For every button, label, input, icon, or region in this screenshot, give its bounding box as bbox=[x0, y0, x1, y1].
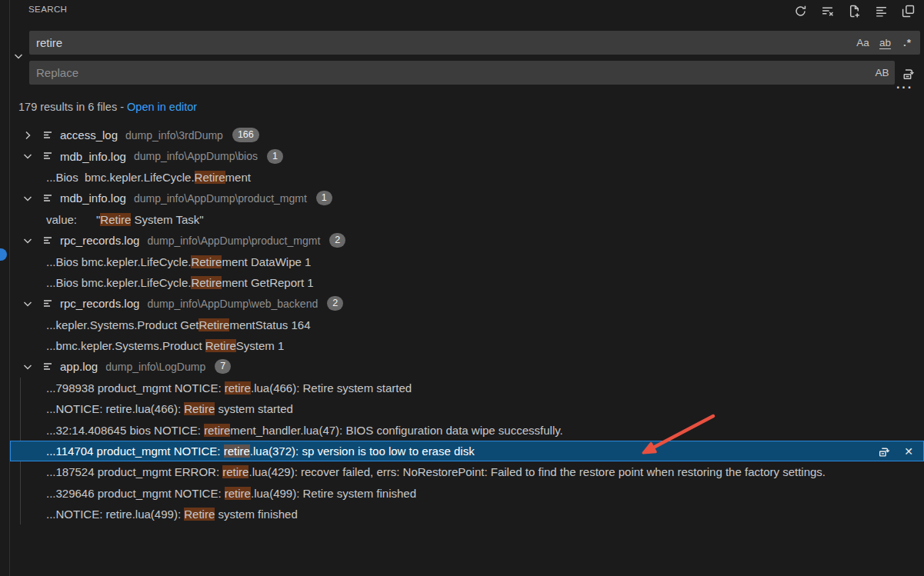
log-file-icon bbox=[42, 192, 54, 205]
match-row[interactable]: value: "Retire System Task" bbox=[10, 209, 924, 230]
preserve-case-icon[interactable]: AB bbox=[874, 65, 890, 81]
results-summary: 179 results in 6 files - Open in editor bbox=[18, 101, 197, 113]
panel-titlebar: SEARCH bbox=[10, 0, 924, 22]
match-case-icon[interactable]: Aa bbox=[855, 35, 871, 51]
file-path: dump_info\LogDump bbox=[105, 361, 205, 373]
panel-toolbar bbox=[792, 2, 916, 20]
regex-icon[interactable]: .* bbox=[899, 35, 916, 51]
match-row[interactable]: ...kepler.Systems.Product GetRetirementS… bbox=[10, 315, 924, 335]
search-input[interactable]: retire Aa ab .* bbox=[29, 31, 920, 55]
match-highlight: Retire bbox=[100, 213, 131, 226]
file-result-row[interactable]: access_logdump_info\3rdDump166 bbox=[10, 125, 924, 145]
match-row[interactable]: ...Bios bmc.kepler.LifeCycle.Retirement … bbox=[10, 251, 924, 271]
file-name: mdb_info.log bbox=[60, 150, 126, 163]
search-options: Aa ab .* bbox=[855, 31, 916, 55]
replace-all-button[interactable] bbox=[901, 65, 918, 82]
new-search-editor-button[interactable] bbox=[846, 2, 862, 19]
match-highlight: Retire bbox=[184, 402, 215, 415]
match-text: ...798938 product_mgmt NOTICE: retire.lu… bbox=[10, 381, 412, 395]
file-name: access_log bbox=[60, 128, 118, 142]
match-text: ...32:14.408645 bios NOTICE: retirement_… bbox=[10, 424, 563, 437]
match-count-badge: 2 bbox=[327, 296, 343, 311]
match-text: ...187524 product_mgmt ERROR: retire.lua… bbox=[10, 465, 826, 478]
match-text: ...Bios bmc.kepler.LifeCycle.Retirement … bbox=[10, 276, 314, 289]
match-text: ...Bios bmc.kepler.LifeCycle.Retirement … bbox=[10, 255, 311, 268]
match-count-badge: 166 bbox=[232, 128, 259, 142]
toggle-search-details-button[interactable]: ··· bbox=[896, 82, 913, 94]
chevron-down-icon[interactable] bbox=[22, 192, 34, 205]
match-count-badge: 1 bbox=[267, 149, 283, 164]
match-text: ...Bios bmc.kepler.LifeCycle.Retirement bbox=[10, 171, 251, 184]
log-file-icon bbox=[42, 298, 54, 310]
match-text: ...NOTICE: retire.lua(499): Retire syste… bbox=[10, 508, 298, 521]
log-file-icon bbox=[42, 235, 54, 247]
chevron-down-icon bbox=[12, 50, 25, 65]
chevron-right-icon[interactable] bbox=[22, 129, 34, 142]
toggle-replace-button[interactable] bbox=[10, 49, 27, 66]
match-highlight: Retire bbox=[195, 171, 225, 184]
selected-match-row[interactable]: ...114704 product_mgmt NOTICE: retire.lu… bbox=[10, 441, 924, 461]
match-text: ...329646 product_mgmt NOTICE: retire.lu… bbox=[10, 487, 416, 500]
file-path: dump_info\3rdDump bbox=[125, 129, 223, 142]
match-highlight: retire bbox=[225, 381, 251, 395]
view-as-list-icon bbox=[875, 5, 888, 18]
match-row[interactable]: ...329646 product_mgmt NOTICE: retire.lu… bbox=[10, 483, 924, 504]
file-result-row[interactable]: mdb_info.logdump_info\AppDump\product_mg… bbox=[10, 188, 924, 208]
match-highlight: Retire bbox=[191, 255, 222, 268]
file-path: dump_info\AppDump\product_mgmt bbox=[147, 235, 320, 247]
match-count-badge: 1 bbox=[316, 191, 332, 205]
chevron-down-icon[interactable] bbox=[22, 150, 34, 162]
file-path: dump_info\AppDump\web_backend bbox=[147, 298, 318, 310]
replace-options: AB bbox=[874, 61, 890, 85]
log-file-icon bbox=[42, 361, 54, 373]
match-row[interactable]: ...187524 product_mgmt ERROR: retire.lua… bbox=[10, 461, 924, 482]
match-highlight: retire bbox=[225, 487, 251, 500]
dismiss-icon[interactable]: ✕ bbox=[901, 444, 916, 459]
match-highlight: Retire bbox=[198, 318, 229, 331]
open-in-editor-icon bbox=[902, 5, 915, 18]
file-path: dump_info\AppDump\bios bbox=[134, 150, 258, 162]
match-row[interactable]: ...Bios bmc.kepler.LifeCycle.Retirement … bbox=[10, 272, 924, 293]
search-input-value: retire bbox=[29, 36, 62, 49]
summary-separator: - bbox=[117, 101, 127, 113]
file-result-row[interactable]: rpc_records.logdump_info\AppDump\web_bac… bbox=[10, 293, 924, 314]
match-highlight: retire bbox=[224, 444, 250, 458]
open-new-search-editor-icon bbox=[848, 5, 861, 18]
clear-search-results-icon bbox=[821, 5, 834, 18]
file-path: dump_info\AppDump\product_mgmt bbox=[134, 192, 307, 205]
match-row[interactable]: ...Bios bmc.kepler.LifeCycle.Retirement bbox=[10, 167, 924, 188]
activity-badge bbox=[0, 248, 7, 261]
chevron-down-icon[interactable] bbox=[22, 298, 34, 310]
match-row[interactable]: ...NOTICE: retire.lua(499): Retire syste… bbox=[10, 504, 924, 524]
clear-results-button[interactable] bbox=[819, 2, 836, 19]
match-highlight: retire bbox=[204, 424, 230, 437]
replace-all-icon bbox=[902, 66, 916, 80]
match-row[interactable]: ...32:14.408645 bios NOTICE: retirement_… bbox=[10, 419, 924, 440]
refresh-button[interactable] bbox=[792, 2, 809, 19]
open-in-editor-link[interactable]: Open in editor bbox=[127, 101, 197, 113]
replace-placeholder: Replace bbox=[29, 66, 78, 79]
match-row[interactable]: ...NOTICE: retire.lua(466): Retire syste… bbox=[10, 398, 924, 419]
file-result-row[interactable]: mdb_info.logdump_info\AppDump\bios1 bbox=[10, 145, 924, 166]
replace-icon[interactable] bbox=[876, 444, 892, 459]
match-count-badge: 2 bbox=[329, 233, 345, 248]
file-result-row[interactable]: app.logdump_info\LogDump7 bbox=[10, 356, 924, 377]
match-text: ...NOTICE: retire.lua(466): Retire syste… bbox=[10, 402, 293, 415]
file-result-row[interactable]: rpc_records.logdump_info\AppDump\product… bbox=[10, 230, 924, 251]
match-text: ...114704 product_mgmt NOTICE: retire.lu… bbox=[10, 444, 475, 458]
chevron-down-icon[interactable] bbox=[22, 235, 34, 247]
log-file-icon bbox=[42, 129, 54, 142]
match-highlight: Retire bbox=[184, 508, 215, 521]
collapse-all-button[interactable] bbox=[872, 2, 889, 19]
match-count-badge: 7 bbox=[215, 359, 231, 374]
open-in-editor-button[interactable] bbox=[899, 2, 916, 19]
match-highlight: Retire bbox=[205, 339, 236, 352]
file-name: app.log bbox=[60, 360, 98, 373]
whole-word-icon[interactable]: ab bbox=[877, 35, 893, 51]
match-row[interactable]: ...bmc.kepler.Systems.Product RetireSyst… bbox=[10, 335, 924, 356]
match-row[interactable]: ...798938 product_mgmt NOTICE: retire.lu… bbox=[10, 378, 924, 398]
replace-input[interactable]: Replace AB bbox=[29, 61, 895, 85]
match-highlight: retire bbox=[222, 465, 249, 478]
file-name: rpc_records.log bbox=[60, 234, 139, 247]
chevron-down-icon[interactable] bbox=[22, 361, 34, 373]
